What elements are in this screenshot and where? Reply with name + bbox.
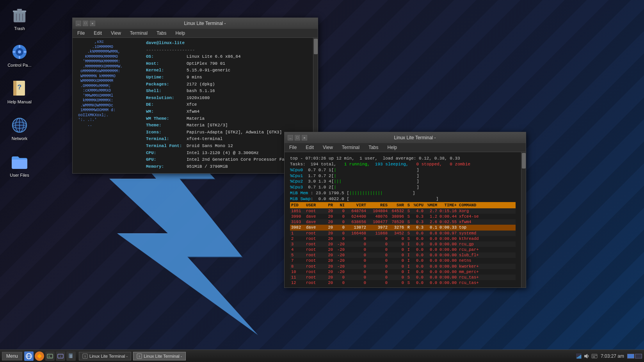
tray-network-icon[interactable]	[576, 353, 582, 359]
menu-edit-2[interactable]: Edit	[304, 144, 315, 151]
terminal-title-2: Linux Lite Terminal -	[307, 135, 523, 140]
control-panel-icon	[10, 43, 29, 61]
svg-rect-2	[17, 9, 22, 11]
svg-text:$: $	[139, 355, 141, 358]
terminal-menubar-2: File Edit View Terminal Tabs Help	[285, 143, 526, 152]
terminal-content-2: top - 07:03:26 up 12 min, 1 user, load a…	[285, 152, 526, 287]
svg-rect-40	[578, 357, 579, 358]
proc-row-8: 8root20-20000I0.00.00:00.00kworker+	[290, 264, 516, 269]
taskbar-time: 7:03:27 am	[601, 353, 624, 359]
taskbar-icon-2[interactable]	[35, 351, 44, 361]
svg-rect-14	[13, 81, 16, 96]
menu-view-2[interactable]: View	[321, 144, 334, 151]
terminal-close-1[interactable]: ✕	[90, 21, 95, 26]
desktop: Trash Control Pa...	[0, 0, 644, 362]
scrollbar-thumb-2	[522, 153, 526, 169]
terminal-controls-2: _ □ ✕	[288, 135, 307, 140]
menu-tabs-1[interactable]: Tabs	[155, 30, 168, 37]
desktop-icons: Trash Control Pa...	[4, 4, 35, 179]
proc-row-1: 1root200166468118683452S0.00.80:00.97sys…	[290, 231, 516, 236]
network-icon	[10, 116, 29, 135]
menu-terminal-2[interactable]: Terminal	[340, 144, 361, 151]
svg-rect-42	[580, 355, 581, 358]
proc-row-3990: 3990dave2006244004807638096S0.31.20:00.4…	[290, 214, 516, 219]
help-manual-icon: ?	[10, 79, 29, 98]
menu-edit-1[interactable]: Edit	[92, 30, 103, 37]
taskbar-icon-5[interactable]	[66, 351, 76, 361]
proc-row-2: 2root200000S0.00.00:00.00kthreadd	[290, 236, 516, 241]
tray-icons	[576, 353, 598, 359]
cpu-bars: %Cpu0 0.7 0.7 1[| ] %Cpu1 1.7 0.7 2[| ] …	[290, 167, 516, 202]
desktop-icon-help-manual[interactable]: ? Help Manual	[4, 77, 35, 106]
svg-point-21	[12, 118, 27, 132]
desktop-icon-control-panel[interactable]: Control Pa...	[4, 41, 35, 69]
trash-label: Trash	[14, 26, 25, 31]
proc-row-4: 4root20-20000I0.00.00:00.00rcu_par+	[290, 247, 516, 252]
scrollbar-thumb-1	[314, 39, 318, 54]
menu-file-2[interactable]: File	[288, 144, 298, 151]
taskbar-quick-launch: $_ T	[24, 351, 76, 361]
taskbar-icon-1[interactable]	[24, 351, 34, 361]
taskbar: Menu $_ T $ Linux Lite Terminal -	[0, 350, 644, 362]
svg-rect-39	[577, 357, 578, 358]
neofetch-art: ,xXc .1OMMMMMO .kNMMMMMMWMMN, KMMMMMMKMM…	[76, 40, 142, 173]
terminal-body-1: ,xXc .1OMMMMMO .kNMMMMMMWMMN, KMMMMMMKMM…	[73, 38, 313, 173]
terminal-controls-1: _ □ ✕	[76, 21, 95, 26]
svg-rect-12	[23, 51, 27, 53]
proc-row-11: 11root200000S0.00.00:00.00rcu_tas+	[290, 275, 516, 280]
svg-rect-48	[596, 355, 597, 356]
proc-row-3: 3root20-20000I0.00.00:00.00rcu_gp	[290, 241, 516, 247]
terminal-content-1: ,xXc .1OMMMMMO .kNMMMMMMWMMN, KMMMMMMKMM…	[73, 38, 318, 173]
svg-point-8	[18, 50, 21, 53]
menu-terminal-1[interactable]: Terminal	[128, 30, 149, 37]
menu-help-1[interactable]: Help	[174, 30, 187, 37]
menu-help-2[interactable]: Help	[386, 144, 399, 151]
terminal-maximize-2[interactable]: □	[295, 135, 300, 140]
tray-volume-icon[interactable]	[584, 353, 590, 359]
terminal-maximize-1[interactable]: □	[83, 21, 88, 26]
taskbar-tray: 7:03:27 am	[576, 353, 642, 359]
desktop-icon-trash[interactable]: Trash	[4, 4, 35, 33]
proc-row-3982: 3982dave2001307239723276R0.30.10:00.33to…	[290, 225, 516, 230]
desktop-switcher[interactable]	[627, 354, 642, 358]
svg-text:T: T	[60, 355, 61, 358]
menu-view-1[interactable]: View	[109, 30, 123, 37]
taskbar-terminal-2-label: Linux Lite Terminal -	[144, 354, 182, 358]
trash-icon	[10, 6, 29, 25]
start-menu-button[interactable]: Menu	[2, 352, 22, 360]
taskbar-icon-3[interactable]: $_	[45, 351, 55, 361]
menu-file-1[interactable]: File	[76, 30, 86, 37]
proc-row-7: 7root20-20000I0.00.00:00.00netns	[290, 258, 516, 263]
tasks-line: Tasks: 194 total, 1 running, 193 sleepin…	[290, 161, 516, 167]
terminal-scrollbar-2[interactable]	[521, 152, 526, 287]
terminal-window-1: _ □ ✕ Linux Lite Terminal - File Edit Vi…	[72, 18, 318, 174]
taskbar-terminal-2[interactable]: $ Linux Lite Terminal -	[133, 352, 185, 360]
terminal-close-2[interactable]: ✕	[302, 135, 307, 140]
terminal-body-2: top - 07:03:26 up 12 min, 1 user, load a…	[285, 152, 521, 287]
desktop-icon-network[interactable]: Network	[4, 114, 35, 143]
menu-tabs-2[interactable]: Tabs	[367, 144, 380, 151]
taskbar-terminal-1[interactable]: $ Linux Lite Terminal -	[79, 352, 131, 360]
svg-rect-46	[594, 355, 594, 356]
terminal-minimize-2[interactable]: _	[288, 135, 293, 140]
terminal-menubar-1: File Edit View Terminal Tabs Help	[73, 29, 318, 38]
svg-text:$_: $_	[48, 355, 52, 358]
proc-row-10: 10root20-20000I0.00.00:00.00mm_perc+	[290, 269, 516, 275]
proc-row-5: 5root20-20000I0.00.00:00.00slub_fl+	[290, 252, 516, 258]
svg-text:?: ?	[18, 83, 22, 91]
svg-marker-43	[584, 354, 587, 358]
svg-rect-10	[19, 56, 20, 59]
tray-keyboard-icon[interactable]	[591, 353, 598, 359]
user-files-label: User Files	[10, 173, 29, 177]
svg-rect-49	[592, 357, 595, 357]
terminal-title-1: Linux Lite Terminal -	[95, 21, 315, 26]
desktop-icon-user-files[interactable]: User Files	[4, 151, 35, 179]
svg-rect-44	[592, 354, 597, 358]
svg-rect-33	[70, 355, 72, 358]
taskbar-icon-4[interactable]: T	[56, 351, 65, 361]
help-manual-label: Help Manual	[7, 99, 32, 104]
terminal-titlebar-1: _ □ ✕ Linux Lite Terminal -	[73, 18, 318, 29]
svg-rect-47	[595, 355, 596, 356]
user-files-icon	[10, 153, 29, 171]
terminal-minimize-1[interactable]: _	[76, 21, 81, 26]
